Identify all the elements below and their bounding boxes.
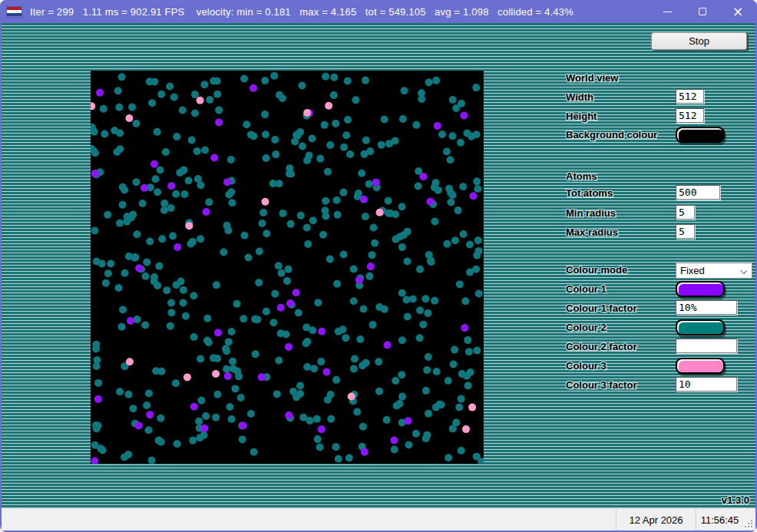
flag-stripe-blue	[7, 13, 21, 16]
maximize-icon	[699, 8, 706, 15]
colour-2-factor-label: Colour 2 factor	[566, 341, 636, 352]
resize-grip-zone[interactable]	[743, 509, 755, 530]
close-button[interactable]: ×	[720, 0, 755, 23]
colour-mode-select[interactable]: Fixed	[676, 263, 752, 279]
colour-mode-value: Fixed	[680, 265, 705, 276]
minimize-icon	[663, 12, 672, 12]
colour-3-factor-input[interactable]	[676, 377, 737, 392]
colour-2-factor-input[interactable]	[676, 339, 737, 353]
colour-2-swatch[interactable]	[676, 319, 725, 335]
title-bar: Iter = 299 1.11 ms = 902.91 FPS velocity…	[0, 0, 757, 23]
colour-3-swatch[interactable]	[676, 358, 725, 374]
background-colour-label: Background colour	[566, 129, 657, 140]
tot-atoms-input[interactable]	[676, 185, 720, 200]
colour-3-factor-label: Colour 3 factor	[566, 379, 636, 391]
tot-atoms-label: Tot atoms	[566, 187, 613, 199]
maximize-button[interactable]	[685, 0, 720, 23]
colour-1-label: Colour 1	[566, 283, 607, 295]
colour-mode-label: Colour mode	[566, 264, 627, 276]
min-radius-input[interactable]	[676, 205, 695, 220]
atoms-header: Atoms	[566, 170, 597, 182]
height-input[interactable]	[676, 108, 704, 123]
version-label: v1.3.0	[722, 494, 749, 506]
window-controls: ×	[650, 0, 755, 23]
world-view-header: World view	[566, 72, 618, 84]
content-area: Stop World view Width Height Background …	[2, 23, 755, 508]
colour-1-swatch[interactable]	[676, 281, 725, 297]
colour-1-factor-label: Colour 1 factor	[566, 302, 636, 314]
status-time: 11:56:45	[696, 509, 743, 530]
height-label: Height	[566, 111, 597, 122]
status-date: 12 Apr 2026	[616, 509, 696, 530]
app-flag-icon	[7, 7, 21, 17]
resize-grip-icon	[751, 526, 752, 527]
window-title: Iter = 299 1.11 ms = 902.91 FPS velocity…	[30, 6, 574, 18]
simulation-canvas	[91, 71, 484, 464]
max-radius-input[interactable]	[676, 224, 695, 239]
width-label: Width	[566, 91, 593, 103]
colour-3-label: Colour 3	[566, 360, 607, 372]
background-colour-swatch[interactable]	[676, 127, 725, 143]
max-radius-label: Max radius	[566, 226, 618, 238]
colour-1-factor-input[interactable]	[676, 300, 737, 315]
status-bar: 12 Apr 2026 11:56:45	[2, 508, 755, 530]
width-input[interactable]	[676, 89, 704, 104]
stop-button[interactable]: Stop	[651, 32, 747, 50]
app-window: Iter = 299 1.11 ms = 902.91 FPS velocity…	[0, 0, 757, 532]
chevron-down-icon	[740, 267, 747, 274]
min-radius-label: Min radius	[566, 207, 616, 219]
minimize-button[interactable]	[650, 0, 685, 23]
colour-2-label: Colour 2	[566, 322, 607, 333]
close-icon: ×	[732, 5, 743, 18]
status-bar-spacer	[2, 509, 616, 530]
